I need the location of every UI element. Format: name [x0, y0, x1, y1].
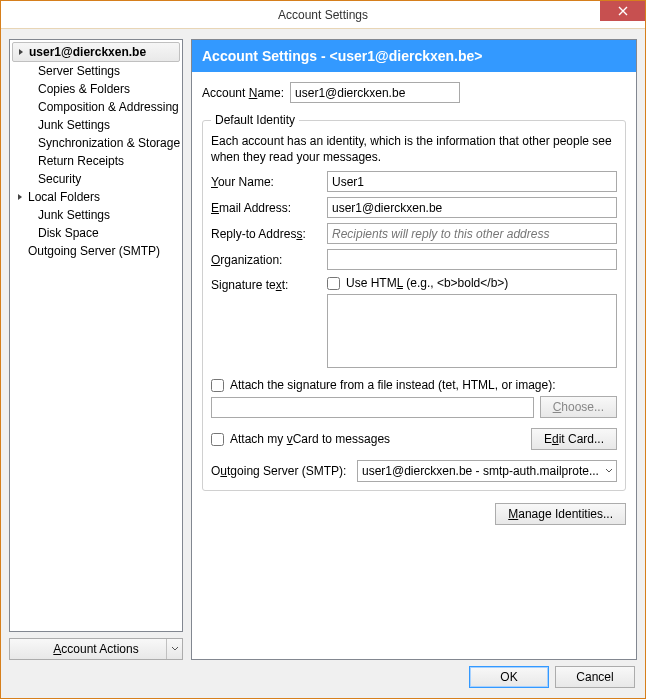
expander-icon[interactable] [17, 47, 27, 57]
account-actions-button[interactable]: Account Actions [9, 638, 183, 660]
signature-label: Signature text: [211, 276, 321, 292]
signature-textarea[interactable] [327, 294, 617, 368]
account-settings-window: Account Settings user1@dierckxen.beServe… [0, 0, 646, 699]
use-html-label: Use HTML (e.g., <b>bold</b>) [346, 276, 508, 290]
content-panel: Account Settings - <user1@dierckxen.be> … [191, 39, 637, 660]
group-legend: Default Identity [211, 113, 299, 127]
tree-item[interactable]: Outgoing Server (SMTP) [10, 242, 182, 260]
smtp-label: Outgoing Server (SMTP): [211, 464, 351, 478]
tree-item-label: Return Receipts [38, 154, 124, 168]
attach-file-row: Attach the signature from a file instead… [211, 378, 617, 392]
tree-item[interactable]: Junk Settings [10, 116, 182, 134]
tree-item-label: Outgoing Server (SMTP) [28, 244, 160, 258]
ok-button[interactable]: OK [469, 666, 549, 688]
attach-file-checkbox[interactable] [211, 379, 224, 392]
reply-to-input[interactable] [327, 223, 617, 244]
edit-card-button[interactable]: Edit Card... [531, 428, 617, 450]
tree-item[interactable]: Disk Space [10, 224, 182, 242]
attach-file-path-row: Choose... [211, 396, 617, 418]
vcard-checkbox[interactable] [211, 433, 224, 446]
signature-row: Signature text: Use HTML (e.g., <b>bold<… [211, 276, 617, 368]
dialog-footer: OK Cancel [9, 660, 637, 690]
content-body: Account Name: Default Identity Each acco… [192, 72, 636, 659]
smtp-select[interactable]: user1@dierckxen.be - smtp-auth.mailprote… [357, 460, 617, 482]
chevron-down-icon [166, 639, 182, 659]
email-input[interactable] [327, 197, 617, 218]
sidebar: user1@dierckxen.beServer SettingsCopies … [9, 39, 183, 660]
close-button[interactable] [600, 1, 645, 21]
tree-item-label: Junk Settings [38, 208, 110, 222]
email-label: Email Address: [211, 201, 321, 215]
tree-item-label: Copies & Folders [38, 82, 130, 96]
tree-item[interactable]: Synchronization & Storage [10, 134, 182, 152]
organization-input[interactable] [327, 249, 617, 270]
account-name-input[interactable] [290, 82, 460, 103]
your-name-input[interactable] [327, 171, 617, 192]
manage-identities-button[interactable]: Manage Identities... [495, 503, 626, 525]
default-identity-group: Default Identity Each account has an ide… [202, 113, 626, 491]
smtp-row: Outgoing Server (SMTP): user1@dierckxen.… [211, 460, 617, 482]
use-html-checkbox[interactable] [327, 277, 340, 290]
expander-icon[interactable] [16, 192, 26, 202]
your-name-label: Your Name: [211, 175, 321, 189]
attach-file-path-input [211, 397, 534, 418]
account-name-row: Account Name: [202, 82, 626, 103]
attach-file-label: Attach the signature from a file instead… [230, 378, 555, 392]
tree-item-label: Composition & Addressing [38, 100, 179, 114]
window-title: Account Settings [278, 8, 368, 22]
tree-item-label: Local Folders [28, 190, 100, 204]
close-icon [618, 6, 628, 16]
account-tree[interactable]: user1@dierckxen.beServer SettingsCopies … [9, 39, 183, 632]
dialog-body: user1@dierckxen.beServer SettingsCopies … [1, 29, 645, 698]
identity-description: Each account has an identity, which is t… [211, 133, 617, 165]
vcard-label: Attach my vCard to messages [230, 432, 390, 446]
tree-item[interactable]: Server Settings [10, 62, 182, 80]
tree-item[interactable]: Junk Settings [10, 206, 182, 224]
cancel-button[interactable]: Cancel [555, 666, 635, 688]
titlebar: Account Settings [1, 1, 645, 29]
reply-to-label: Reply-to Address: [211, 227, 321, 241]
tree-item-label: user1@dierckxen.be [29, 45, 146, 59]
account-name-label: Account Name: [202, 86, 284, 100]
organization-label: Organization: [211, 253, 321, 267]
tree-item[interactable]: Local Folders [10, 188, 182, 206]
identity-form: Your Name: Email Address: Reply-to Addre… [211, 171, 617, 270]
tree-item[interactable]: Composition & Addressing [10, 98, 182, 116]
main-row: user1@dierckxen.beServer SettingsCopies … [9, 39, 637, 660]
tree-item-label: Disk Space [38, 226, 99, 240]
tree-item[interactable]: user1@dierckxen.be [12, 42, 180, 62]
choose-file-button: Choose... [540, 396, 617, 418]
tree-item-label: Junk Settings [38, 118, 110, 132]
tree-item[interactable]: Security [10, 170, 182, 188]
tree-item-label: Security [38, 172, 81, 186]
tree-item[interactable]: Return Receipts [10, 152, 182, 170]
tree-item[interactable]: Copies & Folders [10, 80, 182, 98]
content-header: Account Settings - <user1@dierckxen.be> [192, 40, 636, 72]
vcard-row: Attach my vCard to messages Edit Card... [211, 428, 617, 450]
tree-item-label: Server Settings [38, 64, 120, 78]
account-actions-label: Account Actions [53, 642, 138, 656]
manage-identities-row: Manage Identities... [202, 503, 626, 525]
tree-item-label: Synchronization & Storage [38, 136, 180, 150]
